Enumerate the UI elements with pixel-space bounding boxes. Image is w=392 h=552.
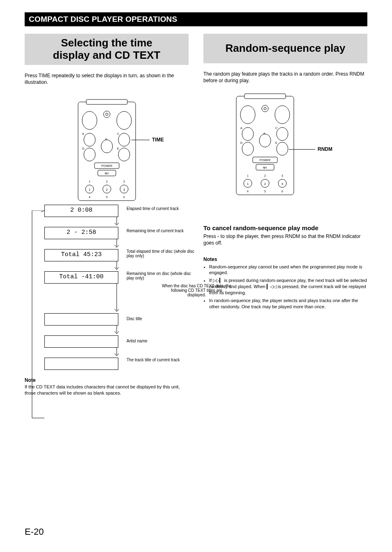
svg-point-6 <box>84 133 95 146</box>
svg-text:3: 3 <box>281 182 284 186</box>
svg-point-43 <box>259 134 271 147</box>
svg-text:D: D <box>240 141 242 144</box>
svg-text:3: 3 <box>123 188 125 192</box>
svg-text:3: 3 <box>123 180 125 183</box>
left-column: Selecting the time display and CD TEXT P… <box>25 34 189 396</box>
arrow-icon <box>80 326 154 335</box>
svg-point-5 <box>117 111 131 129</box>
svg-text:5: 5 <box>106 196 108 199</box>
label-disc-title: Disc title <box>127 316 196 321</box>
svg-point-47 <box>242 142 254 155</box>
svg-point-10 <box>118 148 130 161</box>
callout-rndm: RNDM <box>318 146 332 152</box>
svg-point-9 <box>84 148 95 161</box>
svg-rect-35 <box>244 94 286 99</box>
svg-text:1: 1 <box>89 180 90 183</box>
right-intro: The random play feature plays the tracks… <box>203 71 367 84</box>
label-c: C <box>117 132 119 135</box>
svg-text:1: 1 <box>247 174 249 177</box>
svg-text:C: C <box>275 127 277 129</box>
svg-text:POWER: POWER <box>260 159 270 162</box>
time-flow: 2 0:08 Elapsed time of current track 2 -… <box>44 205 189 370</box>
remote-diagram-time: A B C D E POWER ᴓ/ı <box>25 98 189 205</box>
right-title: Random-sequence play <box>203 34 367 63</box>
skip-back-icon: ▎◁◁ <box>267 284 277 289</box>
cancel-text-b: to stop the player, then press RNDM so t… <box>203 233 360 246</box>
label-power: POWER <box>101 164 112 167</box>
label-a: A <box>82 132 84 135</box>
label-artist: Artist name <box>127 339 196 343</box>
remote-svg-rndm: A B C D E POWER ᴓ/ı 1 2 3 <box>232 92 298 199</box>
notes-heading: Notes <box>203 256 367 262</box>
cancel-text-a: Press <box>203 233 217 239</box>
svg-text:1: 1 <box>247 182 249 186</box>
svg-point-7 <box>101 140 113 153</box>
label-track-title: The track title of current track <box>127 358 196 362</box>
svg-point-49 <box>277 142 288 155</box>
svg-text:4: 4 <box>247 190 249 193</box>
svg-point-36 <box>240 106 255 124</box>
cancel-body: Press ▫ to stop the player, then press R… <box>203 233 367 246</box>
section-header: COMPACT DISC PLAYER OPERATIONS <box>25 12 367 26</box>
label-d: D <box>82 147 84 150</box>
display-remaining-track: 2 - 2:58 <box>44 227 118 239</box>
svg-point-2 <box>82 111 97 129</box>
display-artist <box>44 335 118 348</box>
arrow-icon: When the disc has CD TEXT data, the foll… <box>80 284 154 313</box>
svg-point-45 <box>277 127 288 141</box>
label-pwrsym: ᴓ/ı <box>105 171 108 175</box>
display-total-remaining: Total -41:00 <box>44 271 118 284</box>
svg-text:2: 2 <box>264 182 266 186</box>
svg-point-41 <box>242 127 254 141</box>
svg-text:ᴓ/ı: ᴓ/ı <box>263 166 267 169</box>
label-total-elapsed: Total elapsed time of disc (whole disc p… <box>127 249 196 258</box>
svg-text:6: 6 <box>281 190 283 193</box>
note-item: Random-sequence play cannot be used when… <box>209 264 367 276</box>
note-heading: Note <box>25 377 189 383</box>
svg-text:6: 6 <box>123 196 125 199</box>
svg-text:1: 1 <box>89 188 91 192</box>
arrow-icon <box>80 217 154 227</box>
svg-point-37 <box>262 105 268 112</box>
left-intro: Press TIME repeatedly to select the disp… <box>25 72 189 85</box>
right-column: Random-sequence play The random play fea… <box>203 34 367 396</box>
left-title-l2: display and CD TEXT <box>53 49 161 61</box>
svg-point-8 <box>118 133 130 146</box>
label-cdtext-intro: When the disc has CD TEXT data, the foll… <box>162 284 232 297</box>
left-title-l1: Selecting the time <box>61 37 152 49</box>
note-text: If <box>209 278 213 283</box>
left-title: Selecting the time display and CD TEXT <box>25 34 189 65</box>
svg-text:E: E <box>275 141 277 144</box>
note-item: In random-sequence play, the player sele… <box>209 298 367 310</box>
loopback-arrow-icon <box>29 210 44 428</box>
svg-rect-1 <box>86 99 127 104</box>
arrow-icon <box>80 261 154 271</box>
svg-text:3: 3 <box>281 174 283 177</box>
display-total-elapsed: Total 45:23 <box>44 249 118 261</box>
note-item: If ▷▷▎ is pressed during random-sequence… <box>209 277 367 296</box>
skip-forward-icon: ▷▷▎ <box>213 278 223 283</box>
svg-text:2: 2 <box>106 180 108 183</box>
svg-text:A: A <box>240 127 242 129</box>
label-e: E <box>117 147 119 150</box>
remote-diagram-rndm: A B C D E POWER ᴓ/ı 1 2 3 <box>203 92 367 199</box>
svg-point-39 <box>275 106 290 124</box>
label-elapsed-track: Elapsed time of current track <box>127 206 196 211</box>
remote-svg-time: A B C D E POWER ᴓ/ı <box>74 98 140 205</box>
display-disc-title <box>44 313 118 326</box>
label-remaining-track: Remaining time of current track <box>127 229 196 233</box>
label-total-remaining: Remaining time on disc (whole disc play … <box>127 271 196 280</box>
cancel-heading: To cancel random-sequence play mode <box>203 224 367 232</box>
note-body: If the CD TEXT data includes characters … <box>25 384 189 396</box>
arrow-icon <box>80 239 154 249</box>
svg-text:4: 4 <box>89 196 90 199</box>
arrow-icon <box>80 348 154 358</box>
svg-text:2: 2 <box>264 174 266 177</box>
page-number: E-20 <box>25 527 44 537</box>
callout-time: TIME <box>152 137 164 143</box>
display-track-title <box>44 358 118 370</box>
display-elapsed-track: 2 0:08 <box>44 205 118 217</box>
svg-text:2: 2 <box>106 188 108 192</box>
svg-point-3 <box>104 111 110 118</box>
svg-text:5: 5 <box>264 190 266 193</box>
